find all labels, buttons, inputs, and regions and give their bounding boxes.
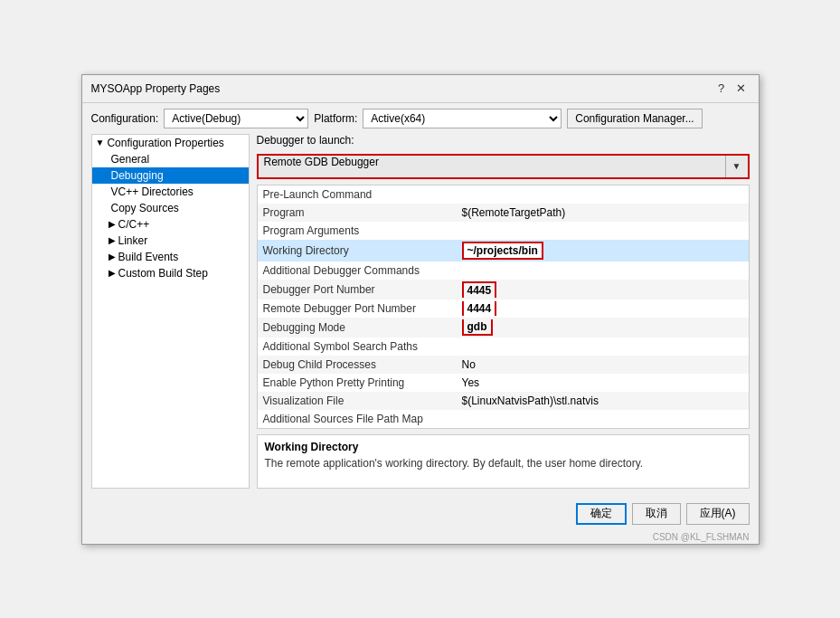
close-button[interactable]: ✕ xyxy=(733,81,750,97)
apply-button[interactable]: 应用(A) xyxy=(686,503,750,525)
tree-item-general[interactable]: General xyxy=(92,151,249,167)
properties-table: Pre-Launch CommandProgram$(RemoteTargetP… xyxy=(257,185,750,429)
description-box: Working Directory The remote application… xyxy=(257,434,750,489)
debugger-dropdown-button[interactable]: ▼ xyxy=(726,156,748,177)
table-row[interactable]: Working Directory~/projects/bin xyxy=(258,240,749,261)
title-controls: ? ✕ xyxy=(713,81,750,97)
table-row[interactable]: Debug Child ProcessesNo xyxy=(258,356,749,374)
tree-item-build-events[interactable]: ▶Build Events xyxy=(92,249,249,265)
table-row[interactable]: Additional Symbol Search Paths xyxy=(258,338,749,356)
toolbar: Configuration: Active(Debug) Platform: A… xyxy=(82,103,759,134)
tree-item-copy-sources[interactable]: Copy Sources xyxy=(92,200,249,216)
platform-select[interactable]: Active(x64) xyxy=(363,109,562,128)
table-row[interactable]: Pre-Launch Command xyxy=(258,185,749,204)
debugger-select-value[interactable]: Remote GDB Debugger xyxy=(259,156,726,177)
config-label: Configuration: xyxy=(91,112,159,125)
description-text: The remote application's working directo… xyxy=(265,457,741,470)
tree-item-configuration-properties[interactable]: ▼Configuration Properties xyxy=(92,135,249,151)
tree-item-linker[interactable]: ▶Linker xyxy=(92,233,249,249)
tree-item-custom-build-step[interactable]: ▶Custom Build Step xyxy=(92,265,249,281)
table-row[interactable]: Remote Debugger Port Number4444 xyxy=(258,299,749,318)
tree-item-debugging[interactable]: Debugging xyxy=(92,167,249,184)
title-bar: MYSOApp Property Pages ? ✕ xyxy=(82,75,759,103)
debugger-select-wrapper: Remote GDB Debugger ▼ xyxy=(257,154,750,179)
left-tree-panel: ▼Configuration PropertiesGeneralDebuggin… xyxy=(91,134,250,489)
description-title: Working Directory xyxy=(265,441,741,453)
cancel-button[interactable]: 取消 xyxy=(632,503,681,525)
right-panel: Debugger to launch: Remote GDB Debugger … xyxy=(257,134,750,489)
table-row[interactable]: Program$(RemoteTargetPath) xyxy=(258,204,749,222)
main-dialog: MYSOApp Property Pages ? ✕ Configuration… xyxy=(81,74,760,545)
help-button[interactable]: ? xyxy=(713,81,730,97)
window-title: MYSOApp Property Pages xyxy=(91,82,221,95)
footer: 确定 取消 应用(A) xyxy=(82,498,759,532)
table-row[interactable]: Additional Debugger Commands xyxy=(258,261,749,280)
ok-button[interactable]: 确定 xyxy=(576,503,627,525)
tree-item-vc-directories[interactable]: VC++ Directories xyxy=(92,184,249,200)
config-select[interactable]: Active(Debug) xyxy=(164,109,308,128)
table-row[interactable]: Debugging Modegdb xyxy=(258,318,749,338)
table-row[interactable]: Debugger Port Number4445 xyxy=(258,280,749,299)
table-row[interactable]: Visualization File$(LinuxNatvisPath)\stl… xyxy=(258,392,749,410)
config-manager-button[interactable]: Configuration Manager... xyxy=(567,109,702,128)
table-row[interactable]: Additional Sources File Path Map xyxy=(258,410,749,428)
tree-item-cc[interactable]: ▶C/C++ xyxy=(92,216,249,233)
table-row[interactable]: Program Arguments xyxy=(258,222,749,240)
main-content: ▼Configuration PropertiesGeneralDebuggin… xyxy=(82,134,759,498)
platform-label: Platform: xyxy=(314,112,357,125)
watermark: CSDN @KL_FLSHMAN xyxy=(82,532,759,544)
debugger-label: Debugger to launch: xyxy=(257,134,750,147)
table-row[interactable]: Enable Python Pretty PrintingYes xyxy=(258,374,749,392)
